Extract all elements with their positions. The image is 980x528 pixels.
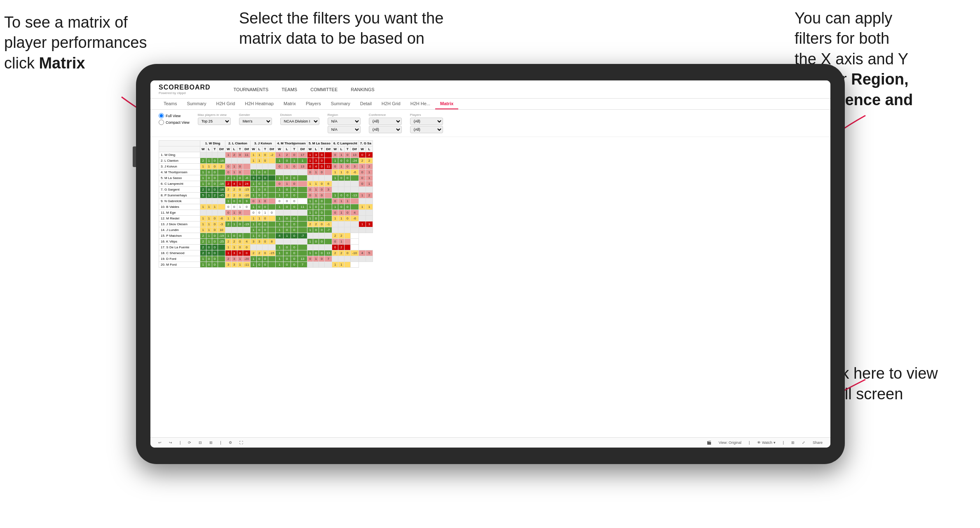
nav-teams[interactable]: TEAMS — [279, 85, 300, 94]
nav-tournaments[interactable]: TOURNAMENTS — [231, 85, 271, 94]
sub-h-w3: W — [251, 146, 257, 152]
matrix-cell: 1 — [237, 181, 243, 187]
matrix-cell: 0 — [237, 245, 243, 250]
matrix-cell: 3 — [313, 152, 319, 158]
matrix-cell: 2 — [256, 250, 262, 256]
player-name-cell: 1. W Ding — [159, 152, 200, 158]
toolbar-grid-icon[interactable]: ⊞ — [790, 440, 796, 446]
matrix-cell: 0 — [206, 170, 212, 175]
subnav-summary2[interactable]: Summary — [326, 99, 355, 109]
matrix-cell: 1 — [206, 227, 212, 233]
nav-rankings[interactable]: RANKINGS — [348, 85, 377, 94]
matrix-cell: 0 — [237, 164, 243, 170]
filter-division-select[interactable]: NCAA Division I — [280, 118, 319, 125]
toolbar-share[interactable]: Share — [811, 440, 824, 446]
table-row: 16. K Vilips210-252204330810001 — [159, 239, 373, 245]
view-compact-label[interactable]: Compact View — [159, 120, 190, 125]
subnav-matrix-active[interactable]: Matrix — [435, 99, 458, 109]
matrix-cell — [351, 175, 359, 181]
toolbar-settings[interactable]: ⚙ — [227, 440, 234, 446]
matrix-cell: 1 — [276, 222, 283, 227]
filter-conference-select2[interactable]: (All) — [369, 126, 402, 133]
matrix-cell: 0 — [212, 216, 218, 222]
matrix-cell: 1 — [200, 170, 206, 175]
toolbar-undo[interactable]: ↩ — [157, 440, 163, 446]
matrix-cell — [332, 256, 338, 262]
matrix-cell — [359, 216, 366, 222]
toolbar-zoom-out[interactable]: ⊟ — [197, 440, 204, 446]
subnav-matrix-left[interactable]: Matrix — [279, 99, 301, 109]
view-options: Full View Compact View — [159, 113, 190, 125]
matrix-cell: 0 — [206, 245, 212, 250]
filter-gender-select[interactable]: Men's — [239, 118, 272, 125]
table-row: 14. J Lundin11010100100100-7 — [159, 227, 373, 233]
sub-h-w6: W — [332, 146, 338, 152]
subnav-h2h-grid2[interactable]: H2H Grid — [377, 99, 406, 109]
view-full-label[interactable]: Full View — [159, 113, 190, 118]
sub-h-w2: W — [225, 146, 232, 152]
matrix-cell — [218, 250, 225, 256]
matrix-cell: 1 — [366, 175, 373, 181]
filter-max-players-select[interactable]: Top 25 — [198, 118, 231, 125]
toolbar-zoom-in[interactable]: ⊞ — [208, 440, 214, 446]
matrix-cell — [332, 227, 338, 233]
table-row: 9. N Gabrelcik1009010000100011 — [159, 198, 373, 204]
matrix-cell: 0 — [237, 210, 243, 216]
matrix-cell — [243, 210, 251, 216]
matrix-cell — [345, 245, 351, 250]
matrix-cell: 0 — [283, 187, 291, 193]
matrix-cell: 0 — [345, 210, 351, 216]
matrix-cell — [276, 239, 283, 245]
matrix-cell: 0 — [251, 198, 257, 204]
toolbar-expand[interactable]: ⛶ — [238, 440, 245, 446]
sub-h-t5: T — [319, 146, 325, 152]
col-header-4: 4. M Thorbjornsen — [276, 141, 307, 146]
matrix-cell: 0 — [237, 216, 243, 222]
subnav-summary[interactable]: Summary — [182, 99, 211, 109]
matrix-cell: 0 — [359, 181, 366, 187]
matrix-cell: 2 — [200, 250, 206, 256]
filter-players-select2[interactable]: (All) — [410, 126, 443, 133]
matrix-cell: 0 — [206, 187, 212, 193]
subnav-h2h-heatmap[interactable]: H2H Heatmap — [240, 99, 279, 109]
toolbar-watch[interactable]: 👁 Watch ▾ — [755, 440, 777, 446]
player-name-cell: 3. J Koivun — [159, 164, 200, 170]
toolbar-refresh[interactable]: ⟳ — [186, 440, 193, 446]
filter-conference-select[interactable]: (All) — [369, 118, 402, 125]
matrix-cell: 0 — [283, 175, 291, 181]
toolbar-share-icon[interactable]: ⤢ — [800, 440, 807, 446]
matrix-cell: 1 — [206, 158, 212, 164]
view-full-radio[interactable] — [159, 113, 164, 118]
view-compact-radio[interactable] — [159, 120, 164, 125]
matrix-cell: 1 — [338, 198, 345, 204]
player-name-cell: 18. C Sherwood — [159, 250, 200, 256]
matrix-cell: 1 — [332, 170, 338, 175]
subnav-teams[interactable]: Teams — [159, 99, 182, 109]
filter-players-select[interactable]: (All) — [410, 118, 443, 125]
matrix-cell: -6 — [218, 216, 225, 222]
toolbar-redo[interactable]: ↪ — [167, 440, 174, 446]
matrix-cell: -16 — [218, 158, 225, 164]
subnav-detail[interactable]: Detail — [355, 99, 377, 109]
toolbar-view-original[interactable]: View: Original — [717, 440, 743, 446]
subnav-h2h-he[interactable]: H2H He... — [406, 99, 435, 109]
matrix-cell: -24 — [351, 158, 359, 164]
filter-region-select2[interactable]: N/A — [328, 126, 361, 133]
matrix-cell: 1 — [276, 204, 283, 210]
matrix-cell — [243, 164, 251, 170]
subnav-players[interactable]: Players — [301, 99, 326, 109]
matrix-cell — [351, 227, 359, 233]
matrix-cell — [319, 233, 325, 239]
matrix-cell: 0 — [237, 250, 243, 256]
matrix-cell: 1 — [200, 227, 206, 233]
matrix-cell: 0 — [262, 193, 268, 198]
matrix-cell: 1 — [231, 164, 237, 170]
filter-region-select[interactable]: N/A — [328, 118, 361, 125]
matrix-cell: 0 — [319, 256, 325, 262]
matrix-cell: 9 — [243, 198, 251, 204]
subnav-h2h-grid[interactable]: H2H Grid — [211, 99, 240, 109]
matrix-cell — [298, 181, 307, 187]
matrix-cell — [351, 233, 359, 239]
matrix-cell: 0 — [307, 193, 313, 198]
nav-committee[interactable]: COMMITTEE — [308, 85, 340, 94]
